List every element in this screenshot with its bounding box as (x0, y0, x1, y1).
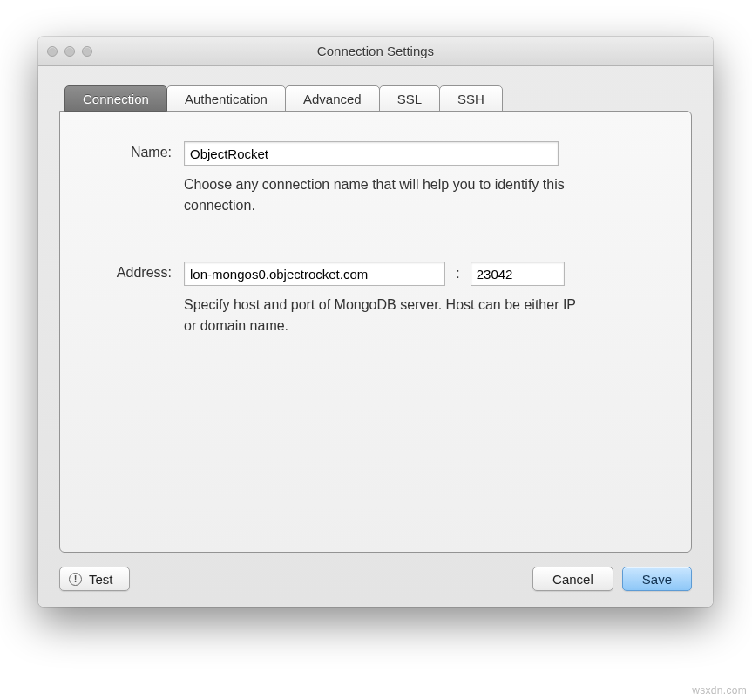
host-port-separator: : (452, 265, 464, 282)
address-inputs: : (184, 262, 663, 286)
tab-advanced[interactable]: Advanced (285, 85, 380, 112)
tabbar: Connection Authentication Advanced SSL S… (64, 85, 687, 112)
label-name: Name: (88, 141, 184, 160)
help-address: Specify host and port of MongoDB server.… (184, 295, 585, 336)
titlebar: Connection Settings (38, 37, 713, 66)
host-input[interactable] (184, 262, 445, 286)
label-address: Address: (88, 262, 184, 281)
content-area: Connection Authentication Advanced SSL S… (38, 66, 713, 607)
watermark: wsxdn.com (692, 684, 747, 697)
tab-ssl[interactable]: SSL (379, 85, 440, 112)
row-address: Address: : Specify host and port of Mong… (88, 262, 663, 336)
field-name: Choose any connection name that will hel… (184, 141, 663, 216)
help-name: Choose any connection name that will hel… (184, 174, 585, 216)
dialog-footer: ! Test Cancel Save (59, 553, 692, 591)
tab-connection[interactable]: Connection (64, 85, 167, 112)
cancel-button[interactable]: Cancel (532, 567, 613, 591)
field-address: : Specify host and port of MongoDB serve… (184, 262, 663, 336)
tab-panel-connection: Name: Choose any connection name that wi… (59, 111, 692, 553)
save-button[interactable]: Save (622, 567, 692, 591)
minimize-icon[interactable] (64, 46, 75, 57)
zoom-icon[interactable] (82, 46, 92, 57)
port-input[interactable] (471, 262, 565, 286)
traffic-lights (47, 46, 92, 57)
test-button[interactable]: ! Test (59, 567, 130, 591)
info-icon: ! (69, 573, 82, 586)
close-icon[interactable] (47, 46, 58, 57)
test-button-label: Test (89, 572, 113, 587)
row-name: Name: Choose any connection name that wi… (88, 141, 663, 216)
tab-authentication[interactable]: Authentication (166, 85, 286, 112)
name-input[interactable] (184, 141, 559, 166)
tab-ssh[interactable]: SSH (439, 85, 503, 112)
connection-settings-window: Connection Settings Connection Authentic… (38, 37, 713, 607)
window-title: Connection Settings (38, 44, 713, 58)
